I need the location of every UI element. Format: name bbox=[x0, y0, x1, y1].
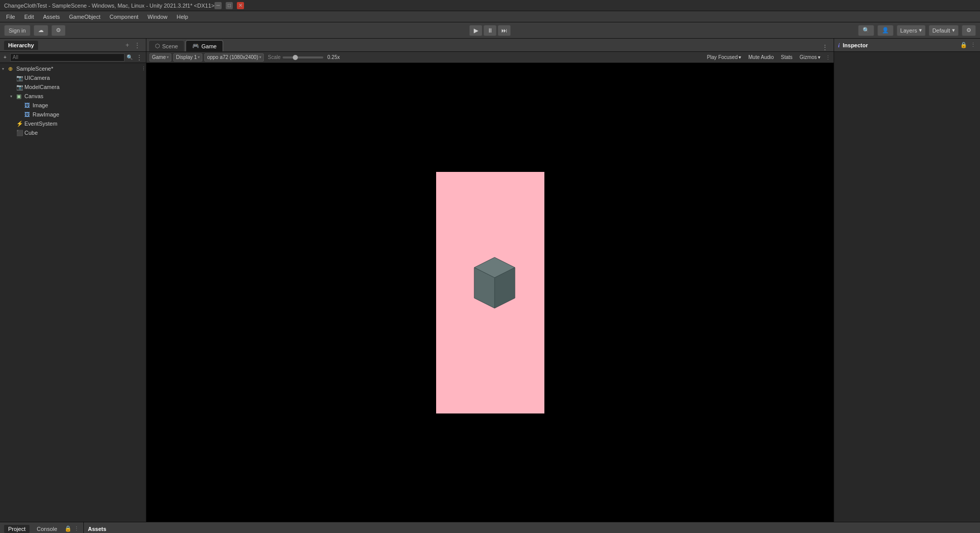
inspector-header: 𝒊 Inspector 🔒 ⋮ bbox=[834, 39, 980, 52]
settings-button[interactable]: ⚙ bbox=[962, 25, 976, 36]
hierarchy-tree: ▾ ⊕ SampleScene* ⋮ 📷 UICamera 📷 ModelCam… bbox=[0, 63, 146, 522]
game-display-dropdown[interactable]: Game ▾ bbox=[149, 53, 171, 62]
tree-item-uicamera[interactable]: 📷 UICamera bbox=[0, 73, 146, 82]
tree-item-samplescene[interactable]: ▾ ⊕ SampleScene* ⋮ bbox=[0, 64, 146, 73]
cube-icon: ⬛ bbox=[16, 130, 23, 136]
menu-file[interactable]: File bbox=[2, 13, 19, 21]
scale-slider[interactable] bbox=[283, 56, 323, 58]
project-lock-icon[interactable]: 🔒 bbox=[65, 525, 72, 532]
layers-dropdown[interactable]: Layers ▾ bbox=[897, 25, 926, 36]
bottom-panel: Project Console 🔒 ⋮ + + ▸ ⭐ ★ Favorites … bbox=[0, 522, 980, 533]
gizmos-label: Gizmos bbox=[800, 54, 817, 60]
menu-bar: File Edit Assets GameObject Component Wi… bbox=[0, 11, 980, 22]
hierarchy-search-input[interactable] bbox=[10, 53, 125, 62]
modelcamera-icon: 📷 bbox=[16, 84, 23, 91]
window-controls[interactable]: ─ □ ✕ bbox=[215, 2, 244, 9]
menu-component[interactable]: Component bbox=[105, 13, 142, 21]
canvas-icon: ▣ bbox=[16, 93, 23, 100]
minimize-button[interactable]: ─ bbox=[215, 2, 222, 9]
menu-edit[interactable]: Edit bbox=[20, 13, 38, 21]
close-button[interactable]: ✕ bbox=[237, 2, 244, 9]
scale-handle[interactable] bbox=[293, 55, 298, 60]
collab-button[interactable]: ⚙ bbox=[51, 25, 66, 36]
game-toolbar: Game ▾ Display 1 ▾ oppo a72 (1080x2400) … bbox=[146, 52, 834, 63]
menu-help[interactable]: Help bbox=[172, 13, 192, 21]
hierarchy-settings-button[interactable]: ⋮ bbox=[135, 53, 144, 62]
canvas-arrow: ▾ bbox=[10, 94, 16, 99]
tree-item-canvas[interactable]: ▾ ▣ Canvas bbox=[0, 92, 146, 101]
project-more-icon[interactable]: ⋮ bbox=[74, 525, 79, 532]
default-arrow-icon: ▾ bbox=[952, 27, 955, 34]
default-dropdown[interactable]: Default ▾ bbox=[929, 25, 959, 36]
modelcamera-label: ModelCamera bbox=[24, 84, 59, 90]
project-header: Project Console 🔒 ⋮ bbox=[0, 522, 83, 533]
samplescene-label: SampleScene* bbox=[16, 66, 53, 72]
inspector-more-icon[interactable]: ⋮ bbox=[970, 42, 976, 48]
cloud-button[interactable]: ☁ bbox=[34, 25, 48, 36]
hierarchy-tab[interactable]: Hierarchy bbox=[4, 41, 38, 50]
game-toolbar-right: Play Focused ▾ Mute Audio Stats Gizmos ▾… bbox=[705, 54, 831, 61]
tree-item-modelcamera[interactable]: 📷 ModelCamera bbox=[0, 82, 146, 92]
hierarchy-filter-icon[interactable]: 🔍 bbox=[127, 54, 133, 60]
display-number-dropdown[interactable]: Display 1 ▾ bbox=[173, 53, 202, 62]
tab-game[interactable]: 🎮 Game bbox=[186, 40, 223, 51]
inspector-panel-actions: 🔒 ⋮ bbox=[960, 42, 976, 48]
stats-label: Stats bbox=[781, 54, 792, 60]
play-focused-arrow: ▾ bbox=[739, 54, 741, 60]
play-focused-button[interactable]: Play Focused ▾ bbox=[705, 54, 744, 61]
account-icon-button[interactable]: 👤 bbox=[877, 25, 894, 36]
cloud-icon: ☁ bbox=[38, 27, 44, 34]
account-icon: 👤 bbox=[882, 27, 889, 34]
gizmos-arrow: ▾ bbox=[818, 54, 820, 60]
game-toolbar-more-icon[interactable]: ⋮ bbox=[825, 54, 831, 60]
menu-gameobject[interactable]: GameObject bbox=[65, 13, 105, 21]
toolbar: Sign in ☁ ⚙ ▶ ⏸ ⏭ 🔍 👤 Layers ▾ Default ▾… bbox=[0, 22, 980, 39]
tree-item-cube[interactable]: ⬛ Cube bbox=[0, 128, 146, 137]
gizmos-button[interactable]: Gizmos ▾ bbox=[798, 54, 822, 61]
step-button[interactable]: ⏭ bbox=[498, 25, 511, 36]
tree-item-eventsystem[interactable]: ⚡ EventSystem bbox=[0, 119, 146, 128]
scale-value: 0.25x bbox=[327, 54, 340, 60]
inspector-lock-icon[interactable]: 🔒 bbox=[960, 42, 967, 48]
inspector-icon: 𝒊 bbox=[838, 42, 840, 49]
search-icon-button[interactable]: 🔍 bbox=[858, 25, 874, 36]
menu-assets[interactable]: Assets bbox=[39, 13, 64, 21]
hierarchy-more-button[interactable]: ⋮ bbox=[133, 41, 142, 49]
collab-icon: ⚙ bbox=[56, 27, 61, 34]
scene-tab-label: Scene bbox=[162, 43, 178, 49]
console-tab-label: Console bbox=[37, 526, 57, 532]
rawimage-icon: 🖼 bbox=[24, 111, 32, 117]
tab-console[interactable]: Console bbox=[33, 525, 61, 533]
tab-scene[interactable]: ⬡ Scene bbox=[148, 40, 185, 51]
uicamera-label: UICamera bbox=[24, 75, 50, 81]
game-view bbox=[146, 63, 834, 522]
tabs-more-button[interactable]: ⋮ bbox=[818, 43, 832, 51]
play-button[interactable]: ▶ bbox=[469, 25, 482, 36]
image-icon: 🖼 bbox=[24, 102, 32, 108]
mute-audio-button[interactable]: Mute Audio bbox=[746, 54, 776, 61]
eventsystem-icon: ⚡ bbox=[16, 121, 23, 127]
stats-button[interactable]: Stats bbox=[779, 54, 794, 61]
hierarchy-add-button[interactable]: + bbox=[124, 41, 131, 49]
tab-project[interactable]: Project bbox=[4, 525, 29, 533]
sign-in-button[interactable]: Sign in bbox=[4, 25, 30, 36]
play-controls: ▶ ⏸ ⏭ bbox=[469, 25, 511, 36]
tree-item-image[interactable]: 🖼 Image bbox=[0, 101, 146, 110]
pause-button[interactable]: ⏸ bbox=[483, 25, 497, 36]
cube-3d bbox=[464, 253, 525, 320]
menu-window[interactable]: Window bbox=[143, 13, 171, 21]
hierarchy-plus-button[interactable]: + bbox=[2, 54, 8, 61]
play-focused-label: Play Focused bbox=[707, 54, 738, 60]
tree-item-rawimage[interactable]: 🖼 RawImage bbox=[0, 110, 146, 119]
resolution-arrow: ▾ bbox=[259, 55, 261, 60]
samplescene-more[interactable]: ⋮ bbox=[141, 66, 146, 71]
project-left-panel: Project Console 🔒 ⋮ + + ▸ ⭐ ★ Favorites … bbox=[0, 522, 84, 533]
game-tab-icon: 🎮 bbox=[192, 43, 199, 49]
scale-label: Scale bbox=[268, 54, 281, 60]
hierarchy-panel: Hierarchy + ⋮ + 🔍 ⋮ ▾ ⊕ SampleScene* ⋮ bbox=[0, 39, 146, 522]
samplescene-icon: ⊕ bbox=[8, 66, 15, 72]
default-label: Default bbox=[932, 27, 950, 34]
resolution-dropdown[interactable]: oppo a72 (1080x2400) ▾ bbox=[204, 53, 264, 62]
maximize-button[interactable]: □ bbox=[226, 2, 233, 9]
assets-header: Assets bbox=[84, 522, 980, 533]
